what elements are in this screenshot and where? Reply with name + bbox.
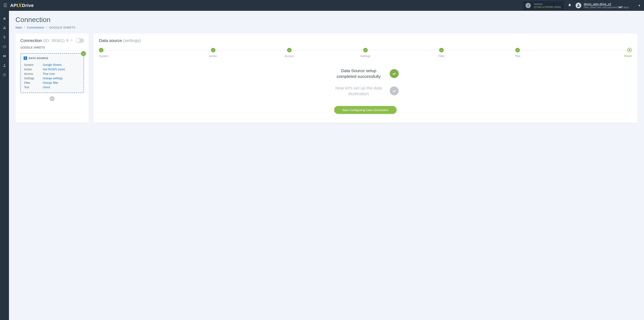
step-label: Filter	[403, 55, 480, 58]
start-configuring-button[interactable]: Start Configuring Data Destination	[334, 106, 397, 114]
actions-used: 25'165	[534, 6, 542, 9]
data-source-box[interactable]: 1 DATA SOURCE SystemGoogle SheetsActionG…	[20, 53, 84, 93]
actions-label: Actions:	[534, 3, 561, 6]
dollar-icon[interactable]	[2, 35, 6, 39]
chevron-down-icon[interactable]: ▼	[638, 4, 641, 7]
copy-icon[interactable]	[66, 39, 69, 43]
step-label: Access	[251, 55, 328, 58]
svg-point-5	[71, 40, 72, 41]
status-complete: Data Source setup completed successfully	[332, 68, 399, 80]
right-title: Data source (settings)	[99, 38, 632, 43]
row-key: Test	[24, 85, 42, 89]
step-dot-icon	[211, 48, 216, 52]
check-icon-pending	[390, 86, 399, 95]
step-dot-icon	[363, 48, 368, 52]
user-name: demo_apix-drive_s2	[584, 2, 629, 6]
row-value-link[interactable]: check	[43, 86, 50, 89]
data-source-row: Testcheck	[24, 85, 80, 89]
step-label: System	[99, 55, 175, 58]
check-icon	[390, 69, 399, 78]
step-access[interactable]: Access	[251, 48, 328, 58]
data-source-row: SystemGoogle Sheets	[24, 63, 80, 67]
stepper: SystemActionAccessSettingsFilterTestFini…	[99, 48, 632, 58]
row-key: Filter	[24, 81, 42, 85]
status-complete-text: Data Source setup completed successfully	[332, 68, 385, 80]
video-icon[interactable]	[2, 54, 6, 58]
row-key: Settings	[24, 76, 42, 80]
breadcrumb-main[interactable]: Main	[16, 26, 22, 29]
data-source-title: DATA SOURCE	[29, 57, 48, 60]
svg-point-1	[4, 64, 5, 66]
svg-rect-3	[67, 40, 68, 41]
step-dot-icon	[439, 48, 444, 52]
user-plan: Plan |Start| left until payment 347 days	[584, 6, 629, 9]
row-key: System	[24, 63, 42, 67]
step-filter[interactable]: Filter	[403, 48, 480, 58]
gear-icon[interactable]	[70, 39, 73, 43]
row-key: Access	[24, 72, 42, 76]
actions-pct: (50%)	[554, 6, 561, 9]
info-icon: i	[526, 3, 531, 8]
add-button[interactable]: +	[50, 96, 54, 101]
menu-icon[interactable]: ☰	[3, 3, 7, 8]
check-badge-icon	[81, 51, 86, 56]
step-action[interactable]: Action	[175, 48, 251, 58]
status-next: Now let's set up the data destination	[332, 85, 399, 97]
help-icon[interactable]	[2, 73, 6, 77]
step-system[interactable]: System	[99, 48, 175, 58]
row-value-link[interactable]: Tina User	[43, 72, 55, 75]
connection-name: GOOGLE SHEETS	[20, 46, 84, 50]
logo-api: API	[10, 3, 18, 8]
connection-label: Connection	[20, 38, 42, 43]
data-source-row: ActionGet ROWS (new)	[24, 67, 80, 71]
status-next-text: Now let's set up the data destination	[332, 85, 385, 97]
breadcrumb: Main / Connections / GOOGLE SHEETS	[16, 26, 638, 29]
left-rail	[0, 11, 9, 128]
row-value-link[interactable]: change filter	[43, 81, 58, 84]
briefcase-icon[interactable]	[2, 45, 6, 49]
actions-box[interactable]: i Actions: 25'165 of 50'000 (50%)	[524, 1, 564, 10]
breadcrumb-current: GOOGLE SHEETS	[49, 26, 75, 29]
step-dot-icon	[627, 48, 632, 52]
step-settings[interactable]: Settings	[328, 48, 404, 58]
step-finish[interactable]: Finish	[556, 48, 632, 58]
avatar-icon	[576, 3, 581, 8]
bell-icon[interactable]	[568, 3, 572, 8]
data-source-row: Filterchange filter	[24, 81, 80, 85]
data-source-settings-card: Data source (settings) SystemActionAcces…	[93, 34, 638, 123]
step-number-badge: 1	[24, 57, 27, 60]
row-value-link[interactable]: Google Sheets	[43, 63, 62, 67]
actions-total: 50'000	[545, 6, 553, 9]
home-icon[interactable]	[2, 17, 6, 21]
data-source-row: AccessTina User	[24, 72, 80, 76]
user-block[interactable]: demo_apix-drive_s2 Plan |Start| left unt…	[576, 2, 629, 9]
row-key: Action	[24, 67, 42, 71]
step-dot-icon	[99, 48, 104, 52]
connection-id: (ID: 39361)	[43, 38, 64, 43]
step-dot-icon	[515, 48, 520, 52]
step-test[interactable]: Test	[480, 48, 556, 58]
logo[interactable]: APIXDrive	[10, 2, 34, 9]
breadcrumb-connections[interactable]: Connections	[27, 26, 44, 29]
step-label: Settings	[328, 55, 404, 58]
svg-rect-4	[66, 39, 68, 41]
step-dot-icon	[287, 48, 292, 52]
actions-of: of	[542, 6, 545, 9]
page-title: Connection	[16, 16, 638, 24]
user-icon[interactable]	[2, 63, 6, 68]
step-label: Finish	[556, 55, 632, 58]
step-label: Action	[175, 55, 251, 58]
logo-x: X	[18, 2, 22, 9]
row-value-link[interactable]: change settings	[43, 77, 63, 80]
enable-toggle[interactable]	[76, 38, 84, 43]
data-source-table: SystemGoogle SheetsActionGet ROWS (new)A…	[24, 62, 81, 90]
topbar: ☰ APIXDrive i Actions: 25'165 of 50'000 …	[0, 0, 644, 11]
step-label: Test	[480, 55, 556, 58]
row-value-link[interactable]: Get ROWS (new)	[43, 68, 65, 71]
logo-drive: Drive	[22, 3, 34, 8]
connection-card: Connection (ID: 39361) GOOGLE SHEETS 1 D…	[16, 34, 89, 123]
connections-icon[interactable]	[2, 26, 6, 30]
data-source-row: Settingschange settings	[24, 76, 80, 80]
